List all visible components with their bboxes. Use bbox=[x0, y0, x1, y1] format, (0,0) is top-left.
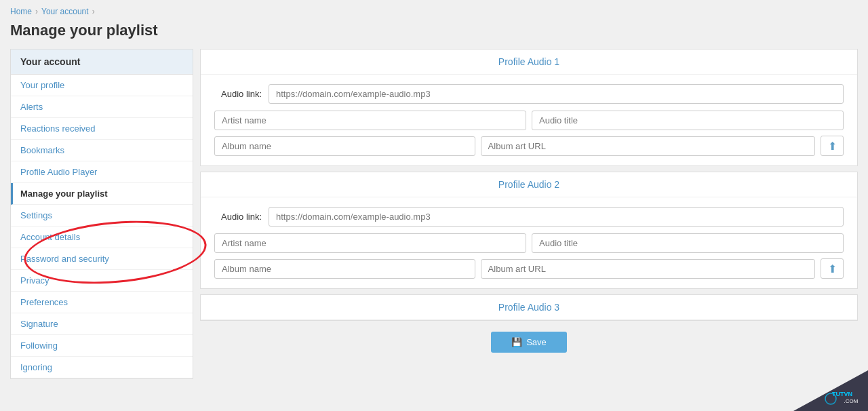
sidebar-item-preferences[interactable]: Preferences bbox=[11, 292, 193, 313]
sidebar-item-password-and-security[interactable]: Password and security bbox=[11, 248, 193, 270]
upload-button-2[interactable]: ⬆ bbox=[821, 258, 844, 279]
sidebar-item-ignoring[interactable]: Ignoring bbox=[11, 357, 193, 378]
audio-link-input-1[interactable] bbox=[269, 84, 844, 104]
breadcrumb-sep1: › bbox=[35, 7, 38, 16]
audio-link-input-2[interactable] bbox=[269, 207, 844, 227]
breadcrumb: Home › Your account › bbox=[10, 7, 858, 16]
sidebar-item-profile-audio-player[interactable]: Profile Audio Player bbox=[11, 161, 193, 183]
audio-title-input-2[interactable] bbox=[532, 233, 844, 253]
album-name-input-1[interactable] bbox=[214, 136, 475, 156]
album-name-input-2[interactable] bbox=[214, 259, 475, 279]
upload-button-1[interactable]: ⬆ bbox=[821, 136, 844, 156]
sidebar-item-account-details[interactable]: Account details bbox=[11, 227, 193, 248]
sidebar-item-bookmarks[interactable]: Bookmarks bbox=[11, 140, 193, 161]
save-button-label: Save bbox=[526, 337, 547, 347]
breadcrumb-account[interactable]: Your account bbox=[41, 7, 89, 16]
album-art-url-input-1[interactable] bbox=[481, 136, 815, 156]
sidebar-item-following[interactable]: Following bbox=[11, 335, 193, 357]
page-title: Manage your playlist bbox=[10, 22, 858, 39]
sidebar-item-settings[interactable]: Settings bbox=[11, 205, 193, 227]
artist-name-input-1[interactable] bbox=[214, 111, 526, 130]
sidebar-heading: Your account bbox=[11, 50, 193, 75]
audio-link-label-1: Audio link: bbox=[214, 89, 262, 99]
audio-title-input-1[interactable] bbox=[532, 111, 844, 130]
sidebar-item-your-profile[interactable]: Your profile bbox=[11, 75, 193, 96]
audio-section-1-header: Profile Audio 1 bbox=[201, 50, 857, 75]
sidebar-item-privacy[interactable]: Privacy bbox=[11, 270, 193, 292]
upload-icon-1: ⬆ bbox=[828, 140, 837, 153]
sidebar-item-alerts[interactable]: Alerts bbox=[11, 96, 193, 118]
audio-section-3: Profile Audio 3 bbox=[200, 294, 858, 321]
audio-link-label-2: Audio link: bbox=[214, 212, 262, 222]
artist-name-input-2[interactable] bbox=[214, 233, 526, 253]
breadcrumb-sep2: › bbox=[92, 7, 95, 16]
save-icon: 💾 bbox=[511, 337, 522, 347]
sidebar-item-signature[interactable]: Signature bbox=[11, 313, 193, 335]
sidebar-item-manage-your-playlist[interactable]: Manage your playlist bbox=[11, 183, 193, 205]
audio-section-3-header: Profile Audio 3 bbox=[201, 295, 857, 320]
audio-section-1: Profile Audio 1 Audio link: ⬆ bbox=[200, 49, 858, 166]
album-art-url-input-2[interactable] bbox=[481, 259, 815, 279]
sidebar-item-reactions-received[interactable]: Reactions received bbox=[11, 118, 193, 140]
content-area: Profile Audio 1 Audio link: ⬆ bbox=[200, 49, 858, 354]
audio-section-2: Profile Audio 2 Audio link: ⬆ bbox=[200, 172, 858, 289]
save-bar: 💾 Save bbox=[200, 326, 858, 354]
audio-section-2-header: Profile Audio 2 bbox=[201, 172, 857, 197]
breadcrumb-home[interactable]: Home bbox=[10, 7, 32, 16]
save-button[interactable]: 💾 Save bbox=[491, 332, 567, 353]
upload-icon-2: ⬆ bbox=[828, 262, 837, 275]
sidebar: Your account Your profile Alerts Reactio… bbox=[10, 49, 193, 379]
